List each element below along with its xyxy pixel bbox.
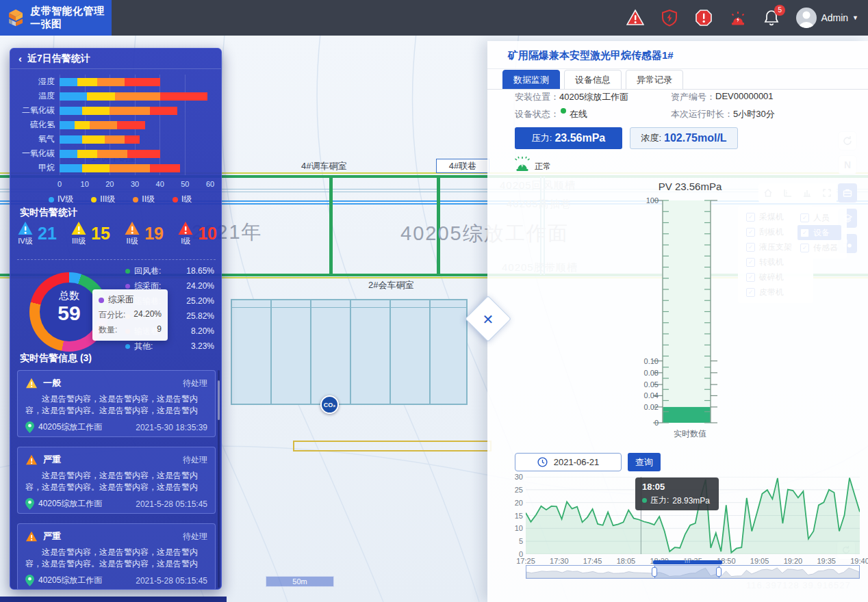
app-logo-block: 皮带智能化管理一张图 (0, 0, 112, 36)
alarm-card[interactable]: 一般待处理这是告警内容，这是告警内容，这是告警内容，这是告警内容。这是告警内容，… (17, 370, 216, 437)
svg-text:100: 100 (646, 196, 659, 205)
query-button[interactable]: 查询 (628, 453, 661, 471)
bar-segment (160, 92, 208, 101)
svg-text:0.02: 0.02 (644, 403, 659, 411)
donut-legend-item[interactable]: 其他:3.23% (125, 339, 214, 354)
tab-exception-log[interactable]: 异常记录 (626, 70, 683, 90)
pressure-chip[interactable]: 压力:23.56mPa (515, 127, 622, 149)
back-chevron-icon[interactable]: ‹ (18, 53, 22, 64)
bar-track[interactable] (60, 78, 210, 86)
legend-dot (173, 197, 178, 202)
stop-alert-icon[interactable] (695, 9, 713, 27)
alarm-severity-icon (25, 454, 38, 465)
user-icon (796, 8, 817, 28)
bar-category-label: 二氧化碳 (17, 105, 60, 116)
alarm-triangle-icon[interactable] (626, 9, 644, 27)
axis-tick: 60 (206, 180, 214, 188)
slider-drag-bar[interactable] (653, 560, 722, 564)
slider-handle-left[interactable] (652, 567, 657, 577)
runtime: 本次运行时长：5小时30分 (671, 108, 775, 120)
user-menu[interactable]: Admin ▼ (796, 8, 858, 28)
alarm-level-stat: II级19 (124, 221, 164, 246)
alarm-list-scroll-thumb[interactable] (218, 380, 220, 420)
date-picker[interactable]: 2021-06-21 (515, 453, 622, 471)
bar-track[interactable] (60, 135, 210, 144)
bar-segment (60, 135, 82, 144)
location-pin-icon (25, 498, 34, 510)
x-axis-tick: 19:05 (750, 557, 769, 565)
legend-item[interactable]: IV级 (49, 194, 73, 205)
x-axis-tick: 17:45 (583, 557, 602, 565)
axis-tick: 40 (156, 180, 164, 188)
alarm-card[interactable]: 严重待处理这是告警内容，这是告警内容，这是告警内容，这是告警内容。这是告警内容，… (17, 447, 216, 514)
alarm-level: 严重 (43, 454, 61, 466)
siren-icon[interactable] (729, 9, 747, 27)
chamber-block (231, 299, 468, 405)
legend-item[interactable]: III级 (91, 194, 115, 205)
bar-category-label: 氧气 (17, 133, 60, 145)
tabs-divider (487, 89, 868, 90)
legend-dot (91, 197, 97, 202)
x-axis-tick: 17:30 (550, 557, 569, 565)
chevron-down-icon: ▼ (852, 14, 858, 21)
line-chart-tooltip: 18:05 压力:28.93mPa (635, 477, 719, 510)
tunnel-vert-green-1 (329, 176, 333, 275)
alarm-level: 一般 (43, 377, 61, 389)
date-value: 2021-06-21 (554, 457, 600, 467)
bar-row: 湿度 (17, 75, 216, 89)
bar-segment (77, 150, 97, 158)
bar-track[interactable] (60, 150, 210, 158)
donut-legend-item[interactable]: 回风巷:18.65% (125, 263, 214, 278)
alarm-level-icon (124, 221, 140, 235)
donut-legend-value: 25.82% (186, 311, 214, 321)
avatar (796, 8, 817, 28)
gauge-title: PV 23.56mPa (642, 181, 738, 192)
tab-data-monitor[interactable]: 数据监测 (502, 70, 560, 90)
alarm-level-label: II级 (127, 236, 138, 246)
bar-segment (125, 135, 140, 144)
bar-segment (115, 92, 160, 101)
bar-track[interactable] (60, 164, 210, 172)
bar-track[interactable] (60, 121, 210, 129)
shield-alert-icon[interactable] (661, 9, 678, 27)
legend-label: I级 (181, 194, 192, 205)
legend-item[interactable]: II级 (133, 194, 155, 205)
left-panel-header: ‹ 近7日告警统计 (10, 49, 221, 69)
co2-sensor-marker[interactable]: CO₂ (320, 395, 339, 414)
donut-legend-dot (125, 269, 130, 274)
legend-dot (49, 197, 54, 202)
bar-chart-axis: 0102030405060 (60, 180, 210, 189)
concentration-chip[interactable]: 浓度:102.75mol/L (630, 127, 738, 149)
slider-handle-right[interactable] (716, 567, 722, 577)
bar-category-label: 一氧化碳 (17, 148, 60, 159)
alarm-level-label: I级 (181, 236, 190, 246)
y-axis-tick: 5 (505, 537, 523, 545)
tab-device-info[interactable]: 设备信息 (564, 70, 622, 90)
alarm-level-count: 21 (38, 224, 57, 244)
bar-segment (110, 164, 150, 172)
alarm-level-icon (17, 221, 34, 235)
slider-selection[interactable] (654, 566, 719, 578)
legend-dot (133, 197, 138, 202)
bar-segment (125, 78, 159, 86)
bar-chart-legend[interactable]: IV级III级II级I级 (49, 194, 220, 205)
donut-legend-value: 18.65% (186, 266, 214, 276)
install-location: 安装位置：40205综放工作面 (515, 91, 628, 103)
sensor-detail-panel: 矿用隔爆兼本安型激光甲烷传感器1# 数据监测设备信息异常记录 安装位置：4020… (487, 41, 868, 602)
donut-legend-value: 25.20% (186, 296, 214, 306)
x-axis-tick: 19:40 (850, 557, 868, 565)
notifications[interactable]: 5 (763, 9, 780, 27)
legend-item[interactable]: I级 (173, 194, 192, 205)
bar-track[interactable] (60, 92, 210, 101)
y-axis-tick: 10 (505, 524, 523, 532)
time-range-slider[interactable] (526, 565, 860, 579)
close-icon: ✕ (472, 303, 505, 336)
bar-row: 温度 (17, 89, 216, 103)
app-title: 皮带智能化管理一张图 (30, 5, 112, 31)
map-label-link4: 4#联巷 (436, 159, 489, 173)
axis-tick: 20 (105, 180, 114, 188)
tooltip-series-dot (99, 298, 104, 303)
bar-track[interactable] (60, 107, 210, 115)
alarm-card[interactable]: 严重待处理这是告警内容，这是告警内容，这是告警内容，这是告警内容。这是告警内容，… (17, 523, 216, 590)
alarm-time: 2021-5-30 18:35:39 (136, 423, 207, 432)
